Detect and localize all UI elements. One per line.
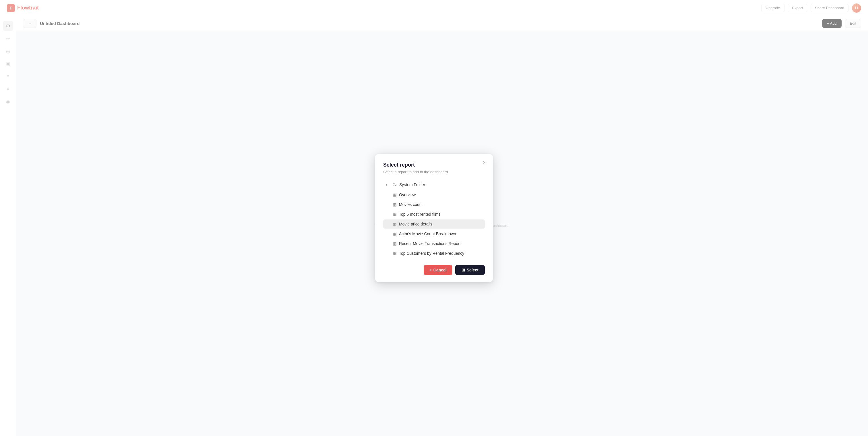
report-label-top5: Top 5 most rented films (399, 212, 441, 216)
chart-bar-icon: ▦ (393, 212, 397, 216)
report-item-top-customers[interactable]: ▦ Top Customers by Rental Frequency (383, 249, 485, 258)
modal-subtitle: Select a report to add to the dashboard (383, 170, 485, 174)
report-label-top-customers: Top Customers by Rental Frequency (399, 251, 464, 256)
report-label-actors-breakdown: Actor's Movie Count Breakdown (399, 232, 456, 236)
chart-bar-icon: ▦ (393, 222, 397, 226)
report-label-movie-price: Movie price details (399, 222, 432, 226)
report-list: › 🗂 System Folder ▦ Overview ▦ Movies co… (383, 180, 485, 258)
modal-footer: × Cancel ⊞ Select (383, 265, 485, 275)
chart-bar-icon: ▦ (393, 241, 397, 246)
report-label-movies-count: Movies count (399, 202, 423, 207)
cancel-button[interactable]: × Cancel (424, 265, 453, 275)
select-report-modal: × Select report Select a report to add t… (375, 154, 493, 282)
report-label-overview: Overview (399, 193, 415, 197)
select-label: Select (467, 268, 478, 272)
chart-bar-icon: ▦ (393, 193, 397, 197)
folder-row-system[interactable]: › 🗂 System Folder (383, 180, 485, 190)
report-item-actors-breakdown[interactable]: ▦ Actor's Movie Count Breakdown (383, 229, 485, 238)
modal-title: Select report (383, 162, 485, 168)
report-item-movie-price[interactable]: ▦ Movie price details (383, 220, 485, 229)
select-button[interactable]: ⊞ Select (455, 265, 485, 275)
chart-bar-icon: ▦ (393, 202, 397, 207)
report-item-top5[interactable]: ▦ Top 5 most rented films (383, 210, 485, 219)
modal-close-button[interactable]: × (480, 158, 488, 167)
report-item-overview[interactable]: ▦ Overview (383, 190, 485, 199)
cancel-icon: × (429, 268, 432, 272)
report-label-recent-transactions: Recent Movie Transactions Report (399, 241, 461, 246)
report-item-recent-transactions[interactable]: ▦ Recent Movie Transactions Report (383, 239, 485, 248)
chart-bar-icon: ▦ (393, 251, 397, 256)
chevron-right-icon: › (386, 183, 390, 186)
folder-label: System Folder (399, 182, 425, 187)
report-item-movies-count[interactable]: ▦ Movies count (383, 200, 485, 209)
chart-bar-icon: ▦ (393, 232, 397, 236)
modal-overlay: × Select report Select a report to add t… (0, 0, 868, 436)
cancel-label: Cancel (433, 268, 446, 272)
select-icon: ⊞ (462, 268, 465, 272)
folder-icon: 🗂 (392, 182, 397, 187)
